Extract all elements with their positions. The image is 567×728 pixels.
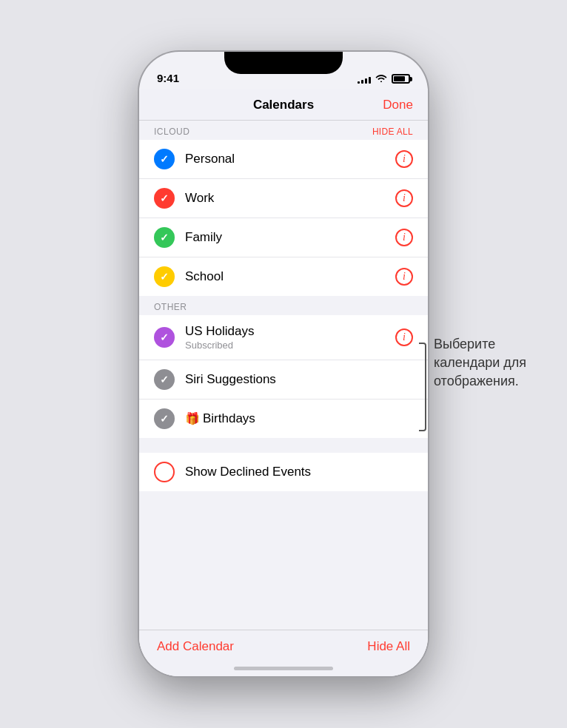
scene: 9:41 bbox=[0, 0, 567, 728]
other-list: ✓ US Holidays Subscribed i ✓ bbox=[139, 315, 428, 438]
phone: 9:41 bbox=[139, 52, 428, 676]
other-label: OTHER bbox=[154, 302, 187, 312]
wifi-icon bbox=[375, 73, 387, 84]
notch bbox=[224, 52, 343, 74]
holidays-content: US Holidays Subscribed bbox=[185, 324, 395, 351]
siri-check: ✓ bbox=[154, 369, 175, 390]
list-item[interactable]: ✓ Family i bbox=[139, 218, 428, 257]
declined-check bbox=[154, 462, 175, 482]
annotation-bracket bbox=[419, 343, 426, 431]
list-item[interactable]: Show Declined Events bbox=[139, 453, 428, 491]
annotation-text: Выберите календари для отображения. bbox=[434, 335, 552, 391]
info-symbol: i bbox=[403, 192, 406, 204]
battery-fill bbox=[394, 76, 405, 81]
declined-content: Show Declined Events bbox=[185, 465, 413, 479]
siri-title: Siri Suggestions bbox=[185, 372, 276, 386]
info-symbol: i bbox=[403, 271, 406, 283]
nav-title: Calendars bbox=[253, 98, 314, 112]
add-calendar-button[interactable]: Add Calendar bbox=[157, 639, 234, 654]
status-time: 9:41 bbox=[157, 72, 179, 84]
family-content: Family bbox=[185, 230, 395, 245]
icloud-hide-all[interactable]: HIDE ALL bbox=[372, 127, 413, 137]
school-content: School bbox=[185, 269, 395, 284]
bar1 bbox=[358, 81, 360, 84]
signal-bars-icon bbox=[358, 75, 371, 84]
holidays-check: ✓ bbox=[154, 327, 175, 348]
personal-title: Personal bbox=[185, 152, 235, 166]
list-item[interactable]: ✓ Work i bbox=[139, 179, 428, 218]
holidays-subtitle: Subscribed bbox=[185, 340, 395, 351]
work-title: Work bbox=[185, 191, 214, 205]
list-item[interactable]: ✓ School i bbox=[139, 257, 428, 296]
checkmark-icon: ✓ bbox=[160, 331, 169, 343]
battery-icon bbox=[392, 74, 410, 84]
family-title: Family bbox=[185, 230, 222, 244]
holidays-info-icon[interactable]: i bbox=[395, 328, 413, 346]
school-info-icon[interactable]: i bbox=[395, 268, 413, 286]
birthdays-check: ✓ bbox=[154, 408, 175, 429]
checkmark-icon: ✓ bbox=[160, 271, 169, 283]
declined-list: Show Declined Events bbox=[139, 453, 428, 491]
checkmark-icon: ✓ bbox=[160, 232, 169, 243]
icloud-list: ✓ Personal i ✓ Work bbox=[139, 140, 428, 296]
list-item[interactable]: ✓ Siri Suggestions bbox=[139, 360, 428, 400]
checkmark-icon: ✓ bbox=[160, 192, 169, 204]
birthdays-title: Birthdays bbox=[203, 411, 255, 425]
status-icons bbox=[358, 73, 410, 84]
icloud-label: ICLOUD bbox=[154, 127, 189, 137]
bar2 bbox=[361, 80, 363, 84]
personal-check: ✓ bbox=[154, 149, 175, 169]
info-symbol: i bbox=[403, 232, 406, 243]
holidays-title: US Holidays bbox=[185, 324, 395, 339]
personal-content: Personal bbox=[185, 152, 395, 166]
gift-icon: 🎁 bbox=[185, 412, 200, 425]
personal-info-icon[interactable]: i bbox=[395, 150, 413, 168]
work-info-icon[interactable]: i bbox=[395, 189, 413, 207]
icloud-section-header: ICLOUD HIDE ALL bbox=[139, 121, 428, 140]
annotation: Выберите календари для отображения. bbox=[419, 335, 552, 431]
spacer-1 bbox=[139, 438, 428, 453]
bottom-spacer bbox=[139, 491, 428, 565]
checkmark-icon: ✓ bbox=[160, 413, 169, 425]
home-indicator bbox=[234, 667, 333, 670]
family-check: ✓ bbox=[154, 227, 175, 248]
nav-bar: Calendars Done bbox=[139, 89, 428, 121]
content: Calendars Done ICLOUD HIDE ALL ✓ Pers bbox=[139, 89, 428, 676]
work-content: Work bbox=[185, 191, 395, 206]
siri-content: Siri Suggestions bbox=[185, 372, 413, 387]
list-item[interactable]: ✓ US Holidays Subscribed i bbox=[139, 315, 428, 360]
checkmark-icon: ✓ bbox=[160, 153, 169, 165]
list-item[interactable]: ✓ 🎁Birthdays bbox=[139, 400, 428, 438]
list-item[interactable]: ✓ Personal i bbox=[139, 140, 428, 179]
bar4 bbox=[369, 77, 371, 84]
bar3 bbox=[365, 78, 367, 84]
family-info-icon[interactable]: i bbox=[395, 229, 413, 246]
info-symbol: i bbox=[403, 153, 406, 165]
done-button[interactable]: Done bbox=[383, 98, 413, 112]
checkmark-icon: ✓ bbox=[160, 374, 169, 385]
school-check: ✓ bbox=[154, 266, 175, 287]
work-check: ✓ bbox=[154, 188, 175, 209]
other-section-header: OTHER bbox=[139, 296, 428, 315]
birthdays-content: 🎁Birthdays bbox=[185, 411, 413, 426]
school-title: School bbox=[185, 269, 224, 283]
info-symbol: i bbox=[403, 331, 406, 343]
hide-all-button[interactable]: Hide All bbox=[367, 639, 410, 654]
declined-title: Show Declined Events bbox=[185, 465, 311, 479]
